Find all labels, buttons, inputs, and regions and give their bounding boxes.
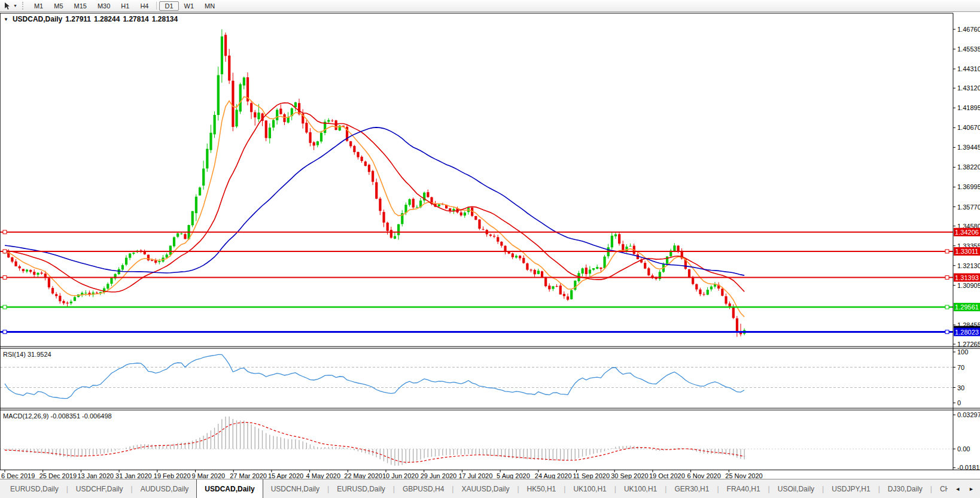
svg-text:22 May 2020: 22 May 2020 xyxy=(344,472,382,479)
svg-text:17 Jul 2020: 17 Jul 2020 xyxy=(458,472,492,479)
symbol-tab-usdjpy-14[interactable]: USDJPY,H1 xyxy=(824,479,878,498)
svg-text:1.27265: 1.27265 xyxy=(957,341,980,348)
svg-text:25 Nov 2020: 25 Nov 2020 xyxy=(725,472,762,479)
symbol-tabbar: EURUSD,Daily|USDCHF,Daily|AUDUSD,DailyUS… xyxy=(0,479,980,498)
svg-text:1.40670: 1.40670 xyxy=(957,124,980,131)
timeframe-button-m1[interactable]: M1 xyxy=(29,1,48,11)
symbol-tab-hk50-8[interactable]: HK50,H1 xyxy=(519,479,564,498)
svg-text:1.38220: 1.38220 xyxy=(957,163,980,171)
svg-text:29 Jun 2020: 29 Jun 2020 xyxy=(421,472,457,479)
symbol-tab-ger30-11[interactable]: GER30,H1 xyxy=(666,479,717,498)
symbol-tab-xauusd-7[interactable]: XAUUSD,Daily xyxy=(454,479,517,498)
timeframe-button-h1[interactable]: H1 xyxy=(115,1,135,11)
cursor-tool-caret-icon[interactable]: ▼ xyxy=(12,4,19,8)
svg-text:100: 100 xyxy=(957,348,968,356)
ma-fast-line[interactable] xyxy=(5,97,744,317)
svg-text:1.28023: 1.28023 xyxy=(955,329,979,336)
candlestick-series xyxy=(4,29,745,337)
symbol-tab-dj30-15[interactable]: DJ30,Daily xyxy=(880,479,930,498)
rsi-axis[interactable]: 10070300 xyxy=(953,348,968,406)
symbol-tab-gbpusd-6[interactable]: GBPUSD,H4 xyxy=(395,479,452,498)
chart-window[interactable]: 1.467601.455351.443101.431201.418951.406… xyxy=(0,12,980,479)
svg-text:-0.018154: -0.018154 xyxy=(957,464,980,471)
svg-text:70: 70 xyxy=(957,364,964,371)
tab-scroll-right-icon[interactable]: ► xyxy=(969,486,974,492)
timeframe-button-mn[interactable]: MN xyxy=(199,1,220,11)
timeframe-button-h4[interactable]: H4 xyxy=(135,1,154,11)
toolbar-grip[interactable] xyxy=(22,2,25,10)
svg-text:13 Jan 2020: 13 Jan 2020 xyxy=(77,472,114,479)
svg-text:0.00: 0.00 xyxy=(957,445,970,453)
svg-text:19 Oct 2020: 19 Oct 2020 xyxy=(649,472,685,479)
svg-text:1.44310: 1.44310 xyxy=(957,65,980,72)
svg-text:1.43120: 1.43120 xyxy=(957,84,980,92)
svg-text:25 Dec 2019: 25 Dec 2019 xyxy=(39,472,77,479)
symbol-tab-usoil-13[interactable]: USOil,Daily xyxy=(770,479,822,498)
svg-text:9 Mar 2020: 9 Mar 2020 xyxy=(192,472,226,479)
tab-scroll-arrows: ◄ ► xyxy=(948,479,980,498)
time-axis[interactable]: 6 Dec 201925 Dec 201913 Jan 202031 Jan 2… xyxy=(1,470,763,479)
timeframe-button-d1[interactable]: D1 xyxy=(159,1,178,11)
symbol-tab-eurusd-0[interactable]: EURUSD,Daily xyxy=(2,479,66,498)
cursor-tool-button[interactable]: ▼ xyxy=(2,2,20,10)
timeframe-button-m5[interactable]: M5 xyxy=(48,1,68,11)
svg-text:4 May 2020: 4 May 2020 xyxy=(306,472,340,479)
symbol-tab-uk100-10[interactable]: UK100,H1 xyxy=(616,479,665,498)
svg-text:0.032972: 0.032972 xyxy=(957,411,980,418)
macd-axis[interactable]: 0.0329720.00-0.018154 xyxy=(953,411,980,471)
symbol-tab-uk100-9[interactable]: UK100,H1 xyxy=(565,479,614,498)
toolbar-separator xyxy=(156,2,157,10)
svg-text:1.36995: 1.36995 xyxy=(957,183,980,190)
svg-text:1.32130: 1.32130 xyxy=(957,262,980,269)
top-toolbar: ▼ M1M5M15M30H1H4D1W1MN xyxy=(0,0,980,12)
svg-text:6 Nov 2020: 6 Nov 2020 xyxy=(687,472,721,479)
horizontal-level-lines[interactable] xyxy=(0,230,953,334)
symbol-tab-fra40-12[interactable]: FRA40,H1 xyxy=(719,479,768,498)
svg-text:1.39445: 1.39445 xyxy=(957,144,980,151)
symbol-tab-usdchf-1[interactable]: USDCHF,Daily xyxy=(68,479,131,498)
svg-text:1.35770: 1.35770 xyxy=(957,204,980,211)
symbol-tab-audusd-2[interactable]: AUDUSD,Daily xyxy=(133,479,197,498)
timeframe-button-m15[interactable]: M15 xyxy=(69,1,92,11)
svg-text:31 Jan 2020: 31 Jan 2020 xyxy=(115,472,152,479)
svg-text:1.46760: 1.46760 xyxy=(957,26,980,33)
svg-text:1.29561: 1.29561 xyxy=(955,303,979,311)
tab-scroll-left-icon[interactable]: ◄ xyxy=(955,486,960,492)
chart-canvas[interactable]: 1.467601.455351.443101.431201.418951.406… xyxy=(0,12,980,479)
svg-text:10 Jun 2020: 10 Jun 2020 xyxy=(382,472,419,479)
timeframe-button-m30[interactable]: M30 xyxy=(92,1,115,11)
timeframe-button-w1[interactable]: W1 xyxy=(179,1,200,11)
svg-text:1.33011: 1.33011 xyxy=(955,248,979,255)
ma-mid-line[interactable] xyxy=(5,103,744,292)
macd-signal-line xyxy=(5,423,744,463)
svg-text:11 Sep 2020: 11 Sep 2020 xyxy=(573,472,610,479)
timeframe-button-group: M1M5M15M30H1H4D1W1MN xyxy=(29,1,220,11)
svg-text:24 Aug 2020: 24 Aug 2020 xyxy=(535,472,572,479)
symbol-tab-eurusd-5[interactable]: EURUSD,Daily xyxy=(329,479,393,498)
macd-histogram xyxy=(5,417,744,466)
svg-text:1.34206: 1.34206 xyxy=(955,229,979,236)
rsi-line xyxy=(5,354,744,398)
svg-text:30: 30 xyxy=(957,384,964,391)
svg-text:1.41895: 1.41895 xyxy=(957,104,980,111)
symbol-tab-usdcnh-4[interactable]: USDCNH,Daily xyxy=(263,479,327,498)
svg-text:19 Feb 2020: 19 Feb 2020 xyxy=(154,472,191,479)
svg-text:5 Aug 2020: 5 Aug 2020 xyxy=(497,472,530,479)
svg-text:30 Sep 2020: 30 Sep 2020 xyxy=(611,472,648,479)
svg-text:1.30905: 1.30905 xyxy=(957,282,980,289)
cursor-tool-icon xyxy=(3,2,11,10)
symbol-tab-usdcad-3[interactable]: USDCAD,Daily xyxy=(196,479,263,498)
svg-text:1.45535: 1.45535 xyxy=(957,45,980,53)
svg-text:0: 0 xyxy=(957,399,961,406)
svg-text:15 Apr 2020: 15 Apr 2020 xyxy=(268,472,303,479)
price-axis[interactable]: 1.467601.455351.443101.431201.418951.406… xyxy=(953,26,980,348)
svg-text:6 Dec 2019: 6 Dec 2019 xyxy=(1,472,35,479)
symbol-tabs: EURUSD,Daily|USDCHF,Daily|AUDUSD,DailyUS… xyxy=(2,479,980,498)
svg-text:1.31393: 1.31393 xyxy=(955,274,979,281)
svg-text:27 Mar 2020: 27 Mar 2020 xyxy=(230,472,267,479)
